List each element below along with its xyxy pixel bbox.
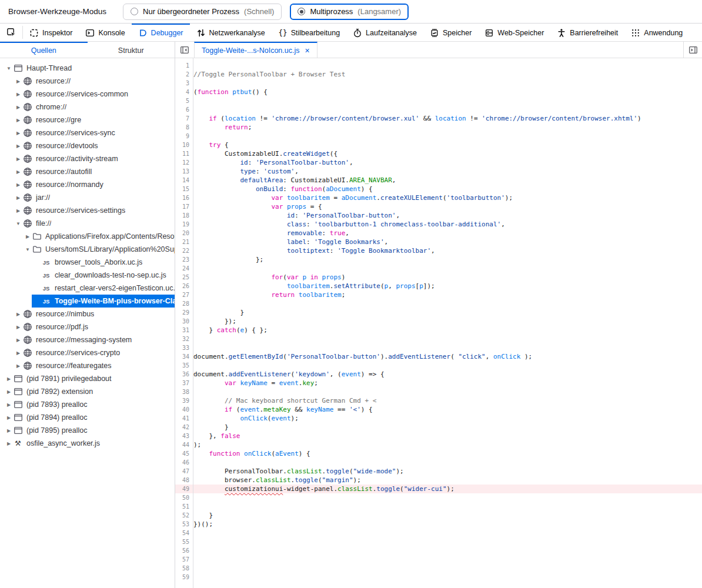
parent-process-option[interactable]: Nur übergeordneter Prozess(Schnell) xyxy=(123,4,282,20)
tab-console[interactable]: Konsole xyxy=(79,24,131,41)
line-number[interactable]: 21 xyxy=(175,238,193,246)
tree-item[interactable]: JSbrowser_tools_Aborix.uc.js xyxy=(32,256,175,269)
chevron-right-icon[interactable]: ▶ xyxy=(5,428,13,433)
line-number[interactable]: 48 xyxy=(175,476,193,485)
tab-netmonitor[interactable]: Netzwerkanalyse xyxy=(190,24,272,41)
line-number[interactable]: 3 xyxy=(175,79,193,88)
tree-item[interactable]: ▶resource://normandy xyxy=(13,178,175,191)
line-number[interactable]: 51 xyxy=(175,502,193,511)
chevron-down-icon[interactable]: ▼ xyxy=(24,247,32,252)
line-number[interactable]: 32 xyxy=(175,335,193,343)
line-number[interactable]: 12 xyxy=(175,158,193,167)
line-number[interactable]: 15 xyxy=(175,185,193,193)
chevron-right-icon[interactable]: ▶ xyxy=(5,441,13,446)
close-icon[interactable]: × xyxy=(305,46,310,55)
tree-item[interactable]: ▶(pid 7894) prealloc xyxy=(4,411,175,424)
chevron-right-icon[interactable]: ▶ xyxy=(14,338,22,343)
tab-styleeditor[interactable]: {}Stilbearbeitung xyxy=(272,24,346,41)
tree-item[interactable]: ▶resource://services-settings xyxy=(13,204,175,217)
line-number[interactable]: 2 xyxy=(175,70,193,79)
tree-item[interactable]: ▶resource://devtools xyxy=(13,139,175,152)
chevron-right-icon[interactable]: ▶ xyxy=(5,389,13,395)
line-number[interactable]: 30 xyxy=(175,317,193,326)
line-number[interactable]: 9 xyxy=(175,132,193,141)
line-number[interactable]: 18 xyxy=(175,211,193,220)
source-tab[interactable]: Toggle-Weite-...s-NoIcon.uc.js × xyxy=(194,42,317,58)
chevron-right-icon[interactable]: ▶ xyxy=(14,156,22,162)
line-number[interactable]: 54 xyxy=(175,529,193,537)
line-number[interactable]: 53 xyxy=(175,520,193,529)
line-number[interactable]: 42 xyxy=(175,423,193,432)
tab-debugger[interactable]: Debugger xyxy=(132,24,190,41)
chevron-right-icon[interactable]: ▶ xyxy=(14,131,22,136)
tab-accessibility[interactable]: Barrierefreiheit xyxy=(550,24,624,41)
tree-item[interactable]: ▶(pid 7893) prealloc xyxy=(4,398,175,411)
line-number[interactable]: 44 xyxy=(175,440,193,449)
collapse-pane-icon[interactable] xyxy=(175,42,194,58)
line-number[interactable]: 35 xyxy=(175,361,193,370)
chevron-right-icon[interactable]: ▶ xyxy=(14,312,22,317)
line-number[interactable]: 57 xyxy=(175,555,193,564)
line-number[interactable]: 52 xyxy=(175,511,193,520)
line-number[interactable]: 46 xyxy=(175,458,193,467)
chevron-right-icon[interactable]: ▶ xyxy=(5,402,13,407)
multiprocess-option[interactable]: Multiprozess(Langsamer) xyxy=(290,4,409,20)
line-number[interactable]: 56 xyxy=(175,546,193,555)
tree-item[interactable]: JSclear_downloads-test-no-sep.uc.js xyxy=(32,269,175,282)
chevron-right-icon[interactable]: ▶ xyxy=(14,79,22,84)
tree-item[interactable]: ▶resource://services-common xyxy=(13,88,175,101)
line-number[interactable]: 31 xyxy=(175,326,193,335)
line-number[interactable]: 23 xyxy=(175,255,193,264)
tree-item[interactable]: ▼Users/tomSL/Library/Application%20Suppo… xyxy=(22,243,175,256)
chevron-right-icon[interactable]: ▶ xyxy=(14,182,22,188)
tree-item[interactable]: ▶resource://nimbus xyxy=(13,308,175,320)
line-number[interactable]: 40 xyxy=(175,405,193,414)
tree-item[interactable]: ▶(pid 7891) privilegedabout xyxy=(4,372,175,385)
line-number[interactable]: 49 xyxy=(175,485,193,493)
line-number[interactable]: 33 xyxy=(175,343,193,352)
line-number[interactable]: 39 xyxy=(175,396,193,405)
line-number[interactable]: 45 xyxy=(175,449,193,458)
line-number[interactable]: 58 xyxy=(175,564,193,573)
line-number[interactable]: 10 xyxy=(175,141,193,149)
line-number[interactable]: 47 xyxy=(175,467,193,476)
line-number[interactable]: 38 xyxy=(175,387,193,396)
line-number[interactable]: 1 xyxy=(175,61,193,70)
chevron-down-icon[interactable]: ▼ xyxy=(14,221,22,226)
chevron-right-icon[interactable]: ▶ xyxy=(14,208,22,213)
line-number[interactable]: 41 xyxy=(175,414,193,423)
tree-item[interactable]: ▶resource://gre xyxy=(13,113,175,126)
tree-item[interactable]: ▶(pid 7892) extension xyxy=(4,385,175,398)
chevron-right-icon[interactable]: ▶ xyxy=(14,325,22,330)
sidebar-tab-struktur[interactable]: Struktur xyxy=(88,42,175,58)
radio-unchecked-icon[interactable] xyxy=(131,8,138,15)
line-number[interactable]: 27 xyxy=(175,290,193,299)
chevron-right-icon[interactable]: ▶ xyxy=(24,234,32,239)
line-number[interactable]: 36 xyxy=(175,370,193,379)
line-number[interactable]: 22 xyxy=(175,246,193,255)
tree-item[interactable]: ▶chrome:// xyxy=(13,101,175,113)
chevron-right-icon[interactable]: ▶ xyxy=(14,92,22,97)
pick-element-button[interactable] xyxy=(0,24,22,41)
line-number[interactable]: 17 xyxy=(175,202,193,211)
line-number[interactable]: 37 xyxy=(175,379,193,387)
chevron-right-icon[interactable]: ▶ xyxy=(14,105,22,110)
line-number[interactable]: 43 xyxy=(175,432,193,440)
tree-item[interactable]: JSrestart_clear-vers2-eigenTesticon.uc.j… xyxy=(32,282,175,295)
chevron-right-icon[interactable]: ▶ xyxy=(14,350,22,356)
line-number[interactable]: 4 xyxy=(175,88,193,96)
tree-item[interactable]: ▶resource:// xyxy=(13,75,175,88)
tab-performance[interactable]: Laufzeitanalyse xyxy=(346,24,423,41)
chevron-right-icon[interactable]: ▶ xyxy=(5,415,13,420)
radio-checked-icon[interactable] xyxy=(297,8,305,15)
line-number[interactable]: 14 xyxy=(175,176,193,185)
chevron-right-icon[interactable]: ▶ xyxy=(14,363,22,369)
line-number[interactable]: 8 xyxy=(175,123,193,132)
chevron-right-icon[interactable]: ▶ xyxy=(5,376,13,382)
line-number[interactable]: 50 xyxy=(175,493,193,502)
chevron-right-icon[interactable]: ▶ xyxy=(14,195,22,201)
sidebar-tab-quellen[interactable]: Quellen xyxy=(0,42,88,58)
tree-item[interactable]: ▶resource://autofill xyxy=(13,165,175,178)
tree-item[interactable]: ▶Applications/Firefox.app/Contents/Resou… xyxy=(22,230,175,243)
expand-pane-icon[interactable] xyxy=(683,42,702,58)
